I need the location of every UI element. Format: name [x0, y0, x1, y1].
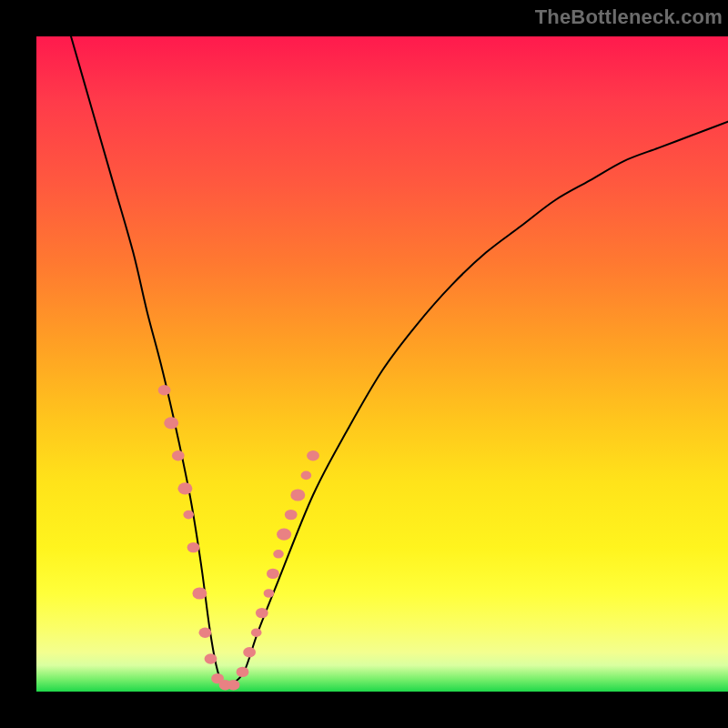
- bead: [290, 489, 305, 500]
- bead: [273, 550, 284, 559]
- bead: [267, 569, 279, 579]
- bead: [264, 589, 275, 598]
- bead: [301, 471, 312, 480]
- bead: [228, 680, 240, 690]
- bead: [192, 587, 207, 599]
- bead: [187, 542, 200, 552]
- bead: [251, 628, 262, 637]
- bead: [307, 450, 319, 460]
- bottleneck-curve: [71, 36, 728, 687]
- bead: [164, 417, 178, 429]
- curve-svg: [36, 36, 728, 692]
- bead: [243, 647, 256, 657]
- bead: [205, 653, 217, 663]
- bead: [277, 529, 291, 541]
- bead: [256, 608, 268, 618]
- chart-frame: TheBottleneck.com: [0, 0, 728, 728]
- bead: [285, 510, 298, 520]
- plot-area: [36, 36, 728, 692]
- bead: [177, 482, 192, 494]
- bead: [199, 628, 212, 638]
- bead: [158, 385, 171, 395]
- watermark: TheBottleneck.com: [535, 5, 723, 29]
- bead: [172, 450, 185, 460]
- bead: [183, 511, 194, 520]
- bead: [237, 667, 249, 677]
